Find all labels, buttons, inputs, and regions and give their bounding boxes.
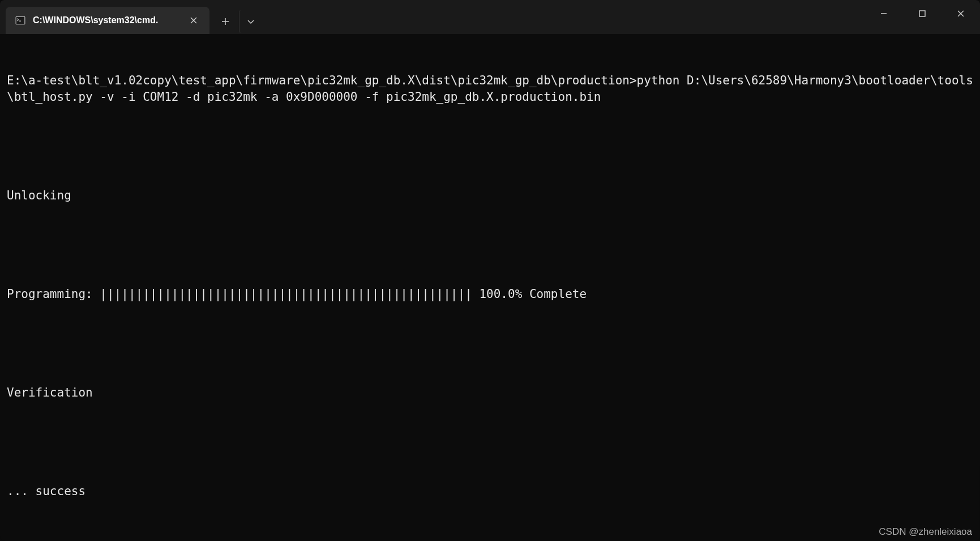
maximize-button[interactable] xyxy=(903,0,942,27)
titlebar: C:\WINDOWS\system32\cmd. xyxy=(0,0,980,34)
cmd-icon xyxy=(15,15,26,26)
blank-line xyxy=(7,335,973,352)
terminal-output: Verification xyxy=(7,385,973,401)
terminal-window: C:\WINDOWS\system32\cmd. xyxy=(0,0,980,541)
terminal-output: ... success xyxy=(7,483,973,500)
tab-close-button[interactable] xyxy=(187,14,200,27)
terminal-tab[interactable]: C:\WINDOWS\system32\cmd. xyxy=(6,7,209,34)
minimize-button[interactable] xyxy=(865,0,903,27)
blank-line xyxy=(7,533,973,541)
window-controls xyxy=(865,0,980,34)
close-window-button[interactable] xyxy=(942,0,980,27)
blank-line xyxy=(7,237,973,253)
terminal-output: Unlocking xyxy=(7,188,973,204)
blank-line xyxy=(7,434,973,450)
blank-line xyxy=(7,138,973,155)
tab-title: C:\WINDOWS\system32\cmd. xyxy=(33,15,180,25)
terminal-content[interactable]: E:\a-test\blt_v1.02copy\test_app\firmwar… xyxy=(0,34,980,541)
terminal-output: Programming: |||||||||||||||||||||||||||… xyxy=(7,286,973,303)
new-tab-button[interactable] xyxy=(214,10,237,33)
svg-rect-7 xyxy=(919,11,925,16)
svg-rect-0 xyxy=(16,16,25,24)
terminal-output: E:\a-test\blt_v1.02copy\test_app\firmwar… xyxy=(7,73,973,105)
tab-area: C:\WINDOWS\system32\cmd. xyxy=(0,0,865,34)
tab-dropdown-button[interactable] xyxy=(239,10,262,33)
watermark: CSDN @zhenleixiaoa xyxy=(879,526,972,538)
